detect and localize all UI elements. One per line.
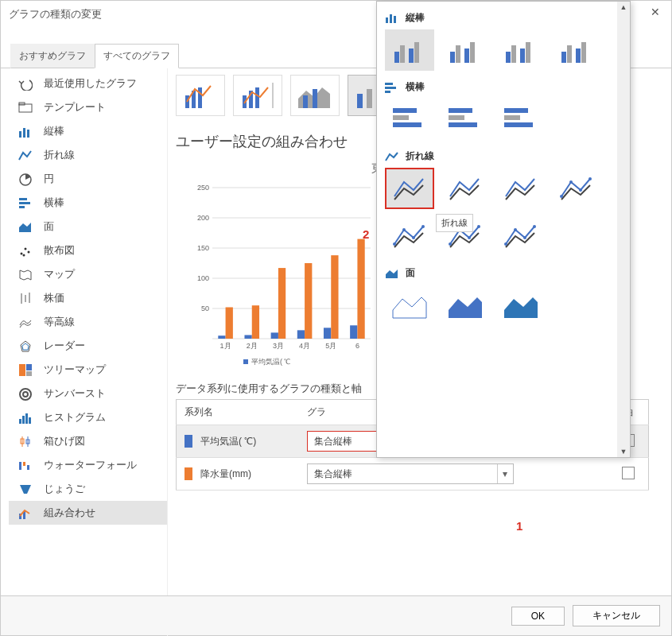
svg-rect-99 (576, 48, 581, 63)
svg-rect-20 (26, 364, 32, 370)
svg-rect-84 (394, 16, 396, 23)
sidebar-item-2[interactable]: 縦棒 (9, 119, 167, 143)
svg-rect-97 (561, 52, 566, 63)
svg-rect-33 (23, 462, 25, 466)
svg-point-13 (23, 254, 25, 256)
sunburst-icon (17, 386, 34, 401)
col-series-name: 系列名 (177, 400, 299, 425)
sidebar-item-1[interactable]: テンプレート (9, 95, 167, 119)
thumb-line[interactable] (385, 168, 434, 209)
sidebar-item-13[interactable]: サンバースト (9, 382, 167, 405)
sidebar-item-4[interactable]: 円 (9, 167, 167, 191)
sidebar-item-10[interactable]: 等高線 (9, 310, 167, 334)
thumb-column[interactable] (441, 29, 490, 71)
thumb-line[interactable] (385, 215, 434, 257)
sidebar-item-5[interactable]: 横棒 (9, 191, 167, 215)
svg-point-113 (560, 195, 563, 198)
thumb-line[interactable] (496, 168, 546, 209)
series-marker-1 (185, 467, 192, 480)
svg-rect-69 (278, 268, 286, 339)
column-chart-icon (385, 13, 399, 24)
svg-text:6: 6 (355, 342, 359, 350)
thumb-column[interactable] (496, 29, 546, 71)
tab-all[interactable]: すべてのグラフ (95, 44, 179, 68)
svg-marker-18 (22, 343, 29, 350)
thumb-bar[interactable] (441, 99, 490, 140)
svg-rect-63 (226, 307, 233, 339)
scroll-up-icon[interactable]: ▲ (619, 2, 629, 13)
sidebar-item-0[interactable]: 最近使用したグラフ (9, 72, 167, 95)
ok-button[interactable]: OK (511, 607, 565, 626)
svg-rect-32 (19, 462, 21, 470)
thumb-line[interactable] (496, 215, 546, 257)
thumb-area[interactable] (496, 285, 546, 326)
series-row-1[interactable]: 降水量(mm) 集合縦棒 ▾ (177, 458, 649, 491)
sidebar-item-15[interactable]: 箱ひげ図 (9, 429, 167, 453)
svg-rect-8 (19, 206, 25, 208)
close-button[interactable]: ✕ (639, 6, 671, 18)
thumb-area[interactable] (385, 285, 434, 326)
svg-point-124 (477, 225, 480, 228)
svg-rect-66 (252, 305, 259, 339)
cancel-button[interactable]: キャンセル (573, 605, 660, 626)
thumb-column[interactable] (552, 29, 601, 71)
svg-text:250: 250 (197, 184, 209, 192)
svg-rect-74 (324, 328, 331, 339)
sidebar-item-11[interactable]: レーダー (9, 334, 167, 358)
boxplot-icon (17, 434, 34, 448)
surface-chart-icon (17, 315, 34, 329)
sidebar-item-3[interactable]: 折れ線 (9, 143, 167, 167)
waterfall-icon (17, 458, 34, 472)
subtype-clustered-column-line-secondary[interactable] (233, 75, 282, 116)
thumb-area[interactable] (441, 285, 490, 326)
svg-rect-27 (29, 417, 31, 424)
svg-rect-100 (581, 42, 586, 63)
sidebar-item-9[interactable]: 株価 (9, 286, 167, 310)
sidebar-item-6[interactable]: 面 (9, 215, 167, 238)
svg-text:3月: 3月 (273, 342, 284, 350)
callout-2: 2 (363, 227, 369, 241)
sidebar-item-14[interactable]: ヒストグラム (9, 405, 167, 429)
tab-recommended[interactable]: おすすめグラフ (10, 44, 95, 68)
undo-icon (17, 76, 34, 91)
callout-1: 1 (516, 519, 522, 533)
svg-rect-46 (303, 95, 308, 108)
sidebar-item-8[interactable]: マップ (9, 262, 167, 286)
svg-point-125 (504, 242, 507, 246)
line-chart-icon (17, 148, 34, 162)
svg-marker-130 (393, 297, 426, 318)
thumb-bar[interactable] (496, 99, 546, 140)
series-type-dropdown-1[interactable]: 集合縦棒 ▾ (307, 463, 514, 484)
svg-point-116 (588, 177, 592, 180)
svg-rect-88 (414, 42, 419, 63)
pie-chart-icon (17, 172, 34, 186)
sidebar-item-16[interactable]: ウォーターフォール (9, 453, 167, 477)
thumb-column[interactable] (385, 29, 434, 71)
thumb-line[interactable] (441, 168, 490, 209)
svg-rect-96 (526, 42, 530, 63)
svg-point-128 (533, 225, 536, 228)
series-axis-checkbox-1[interactable] (622, 467, 635, 479)
popup-scrollbar[interactable]: ▲ ▼ (617, 2, 630, 457)
popup-group-bar: 横棒 (385, 80, 622, 94)
sidebar-item-17[interactable]: じょうご (9, 477, 167, 501)
subtype-clustered-column-line[interactable] (176, 75, 225, 116)
scroll-down-icon[interactable]: ▼ (619, 446, 629, 457)
sidebar-item-12[interactable]: ツリーマップ (9, 358, 167, 382)
subtype-stacked-area-column[interactable] (290, 75, 340, 116)
svg-point-127 (523, 236, 526, 239)
svg-point-118 (402, 228, 406, 231)
svg-rect-80 (243, 359, 248, 364)
svg-rect-112 (504, 122, 533, 127)
sidebar-item-18[interactable]: 組み合わせ (9, 501, 167, 525)
svg-rect-82 (386, 17, 388, 23)
sidebar-item-7[interactable]: 散布図 (9, 238, 167, 262)
svg-text:200: 200 (197, 214, 209, 222)
svg-rect-98 (567, 45, 572, 63)
folder-icon (17, 100, 34, 114)
thumb-bar[interactable] (385, 99, 434, 140)
svg-rect-72 (305, 263, 312, 339)
svg-point-121 (449, 242, 452, 246)
thumb-line[interactable] (552, 168, 601, 209)
svg-rect-92 (470, 42, 475, 63)
